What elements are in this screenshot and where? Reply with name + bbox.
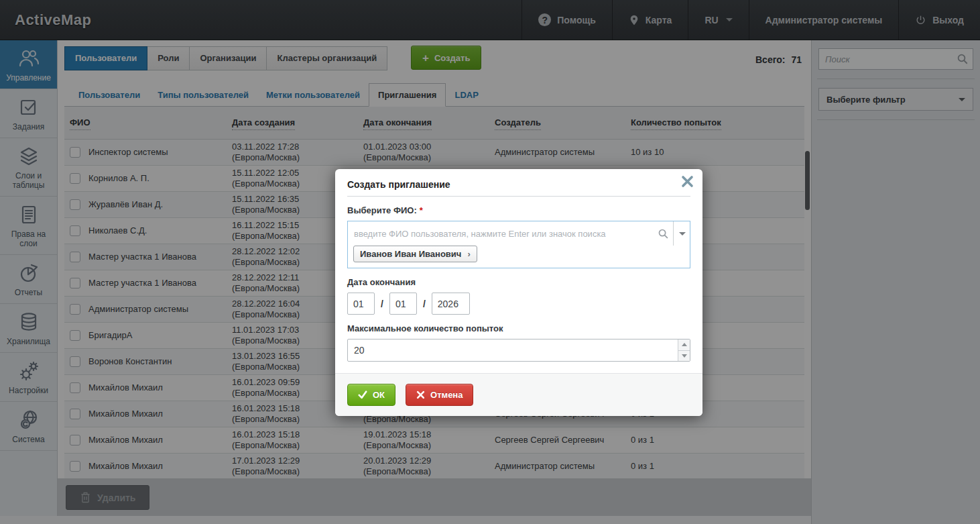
- fio-input[interactable]: [348, 221, 654, 246]
- x-icon: [416, 390, 425, 399]
- year-input[interactable]: [432, 293, 470, 315]
- max-attempts-field: [347, 339, 690, 362]
- cancel-button[interactable]: Отмена: [406, 384, 473, 406]
- close-icon: [681, 175, 694, 188]
- dialog-footer: ОК Отмена: [335, 373, 702, 416]
- triangle-down-icon: [682, 354, 687, 358]
- fio-combobox: Иванов Иван Иванович: [347, 221, 690, 268]
- selected-user-chip[interactable]: Иванов Иван Иванович: [353, 246, 477, 262]
- fio-dropdown-button[interactable]: [673, 221, 690, 246]
- triangle-up-icon: [682, 343, 687, 346]
- search-icon[interactable]: [658, 228, 669, 240]
- end-date-label: Дата окончания: [347, 277, 690, 287]
- month-input[interactable]: [389, 293, 417, 315]
- selected-user-name: Иванов Иван Иванович: [360, 249, 461, 259]
- chip-arrow-icon: [467, 249, 470, 259]
- spinner-down-button[interactable]: [678, 351, 690, 362]
- check-icon: [358, 390, 367, 399]
- dialog-close-button[interactable]: [681, 175, 694, 191]
- spinner-up-button[interactable]: [678, 339, 690, 351]
- dialog-title: Создать приглашение: [347, 179, 690, 197]
- number-spinner: [678, 339, 690, 361]
- dialog-body: Создать приглашение Выберите ФИО:* Ивано…: [335, 169, 702, 362]
- date-separator: /: [423, 299, 426, 309]
- ok-button-label: ОК: [373, 390, 385, 400]
- cancel-button-label: Отмена: [430, 390, 463, 400]
- max-attempts-input[interactable]: [347, 339, 690, 362]
- fio-input-row: [348, 221, 690, 246]
- day-input[interactable]: [347, 293, 375, 315]
- date-separator: /: [381, 299, 383, 309]
- fio-field-label: Выберите ФИО:*: [347, 205, 690, 215]
- max-attempts-label: Максимальное количество попыток: [347, 323, 690, 333]
- end-date-inputs: / /: [347, 293, 690, 315]
- selected-user-row: Иванов Иван Иванович: [348, 246, 690, 268]
- required-mark: *: [420, 205, 423, 215]
- ok-button[interactable]: ОК: [347, 384, 395, 406]
- create-invitation-dialog: Создать приглашение Выберите ФИО:* Ивано…: [335, 169, 702, 416]
- chevron-down-icon: [679, 232, 686, 235]
